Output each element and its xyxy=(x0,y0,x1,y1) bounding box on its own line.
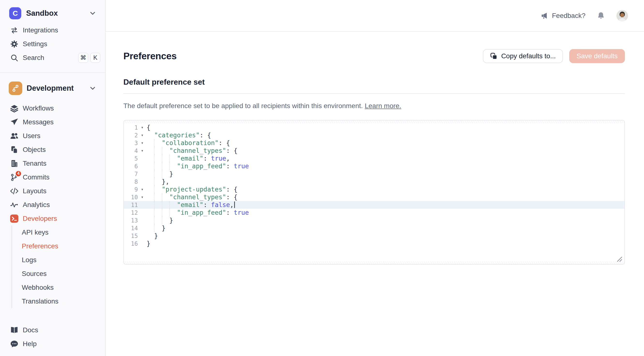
sidebar-item-label: Help xyxy=(23,340,100,348)
sidebar-item-search[interactable]: Search⌘K xyxy=(0,51,105,64)
sidebar-item-label: Preferences xyxy=(22,242,105,250)
json-punctuation: : xyxy=(204,155,211,162)
indent-guide xyxy=(146,170,154,178)
sidebar-item-label: Integrations xyxy=(23,26,100,34)
sidebar-item-label: Search xyxy=(23,54,74,62)
indent-guide xyxy=(154,170,162,178)
notifications-bell-icon[interactable] xyxy=(596,11,605,20)
sidebar-item-preferences[interactable]: Preferences xyxy=(12,239,105,253)
user-avatar[interactable] xyxy=(616,10,628,22)
code-line-5[interactable]: 5"email": true, xyxy=(124,154,624,162)
sidebar-item-tenants[interactable]: Tenants xyxy=(0,156,105,170)
sidebar-item-settings[interactable]: Settings xyxy=(0,37,105,51)
environment-switcher[interactable]: Development xyxy=(0,73,105,95)
code-line-1[interactable]: 1▾{ xyxy=(124,124,624,131)
json-punctuation: } xyxy=(169,217,173,224)
kbd-cmd: ⌘ xyxy=(78,53,88,63)
workspace-switcher[interactable]: C Sandbox xyxy=(0,0,105,23)
code-line-14[interactable]: 14} xyxy=(124,224,624,232)
copy-icon xyxy=(490,52,498,60)
line-number: 4 xyxy=(124,147,138,155)
fold-arrow-icon[interactable]: ▾ xyxy=(138,193,146,201)
sidebar-item-analytics[interactable]: Analytics xyxy=(0,198,105,212)
json-key: "collaboration" xyxy=(162,139,219,146)
learn-more-link[interactable]: Learn more. xyxy=(365,102,401,110)
sidebar-item-layouts[interactable]: Layouts xyxy=(0,184,105,198)
json-key: "in_app_feed" xyxy=(177,162,226,170)
code-line-4[interactable]: 4▾"channel_types": { xyxy=(124,147,624,154)
indent-guide xyxy=(154,186,162,193)
sidebar-item-users[interactable]: Users xyxy=(0,129,105,143)
code-line-13[interactable]: 13} xyxy=(124,216,624,224)
json-punctuation: { xyxy=(146,124,150,131)
code-line-3[interactable]: 3▾"collaboration": { xyxy=(124,139,624,147)
preferences-json-editor[interactable]: 1▾{2▾"categories": {3▾"collaboration": {… xyxy=(124,120,625,264)
code-line-16[interactable]: 16} xyxy=(124,240,624,248)
indent-guide xyxy=(162,147,169,154)
code-line-15[interactable]: 15} xyxy=(124,232,624,240)
objects-icon xyxy=(10,145,19,154)
users-icon xyxy=(10,131,19,140)
sidebar-item-docs[interactable]: Docs xyxy=(0,323,105,337)
indent-guide xyxy=(169,154,177,162)
sidebar-item-label: Translations xyxy=(22,298,105,305)
code-line-2[interactable]: 2▾"categories": { xyxy=(124,131,624,139)
code-area: 1▾{2▾"categories": {3▾"collaboration": {… xyxy=(124,120,624,248)
code-line-8[interactable]: 8}, xyxy=(124,178,624,186)
code-line-6[interactable]: 6"in_app_feed": true xyxy=(124,162,624,170)
sidebar-item-logs[interactable]: Logs xyxy=(12,253,105,267)
developers-subnav: API keysPreferencesLogsSourcesWebhooksTr… xyxy=(11,226,105,308)
sidebar-item-label: API keys xyxy=(22,228,105,236)
resize-handle[interactable] xyxy=(616,256,623,262)
sidebar-item-integrations[interactable]: Integrations xyxy=(0,23,105,37)
sidebar-item-workflows[interactable]: Workflows xyxy=(0,101,105,115)
section-divider xyxy=(124,93,625,94)
sidebar-item-help[interactable]: Help xyxy=(0,337,105,351)
sidebar-bottom-nav: DocsHelp xyxy=(0,323,105,356)
json-key: "email" xyxy=(177,155,204,162)
code-line-11[interactable]: 11"email": false, xyxy=(124,201,624,209)
integrations-icon xyxy=(10,26,19,35)
line-number: 3 xyxy=(124,139,138,147)
sidebar-item-commits[interactable]: 4Commits xyxy=(0,170,105,184)
feedback-button[interactable]: Feedback? xyxy=(540,12,586,20)
line-number: 7 xyxy=(124,170,138,178)
sidebar-item-sources[interactable]: Sources xyxy=(12,267,105,280)
code-line-10[interactable]: 10▾"channel_types": { xyxy=(124,193,624,201)
search-shortcut: ⌘K xyxy=(78,53,100,63)
code-line-12[interactable]: 12"in_app_feed": true xyxy=(124,209,624,216)
workspace-logo: C xyxy=(9,7,21,19)
sidebar-item-messages[interactable]: Messages xyxy=(0,115,105,129)
indent-guide xyxy=(162,154,169,162)
environment-logo xyxy=(9,82,22,95)
sidebar-item-translations[interactable]: Translations xyxy=(12,294,105,308)
sidebar-item-label: Webhooks xyxy=(22,284,105,292)
indent-guide xyxy=(154,209,162,216)
indent-guide xyxy=(146,216,154,224)
indent-guide xyxy=(169,201,177,209)
description-text: The default preference set to be applied… xyxy=(124,102,365,110)
code-line-7[interactable]: 7} xyxy=(124,170,624,178)
fold-arrow-icon[interactable]: ▾ xyxy=(138,139,146,147)
sidebar-item-label: Docs xyxy=(23,326,100,334)
copy-defaults-label: Copy defaults to... xyxy=(501,52,556,60)
sidebar-item-developers[interactable]: Developers xyxy=(0,212,105,226)
fold-arrow-icon[interactable]: ▾ xyxy=(138,124,146,131)
sidebar-item-webhooks[interactable]: Webhooks xyxy=(12,280,105,294)
commits-icon: 4 xyxy=(10,173,19,182)
sidebar-item-label: Tenants xyxy=(23,160,100,167)
indent-guide xyxy=(154,216,162,224)
sidebar-item-objects[interactable]: Objects xyxy=(0,143,105,156)
json-key: "channel_types" xyxy=(169,147,226,154)
save-defaults-button[interactable]: Save defaults xyxy=(569,49,625,63)
code-line-9[interactable]: 9▾"project-updates": { xyxy=(124,186,624,193)
editor-bottom-padding xyxy=(124,261,624,264)
fold-arrow-icon[interactable]: ▾ xyxy=(138,131,146,139)
json-key: "channel_types" xyxy=(169,194,226,201)
fold-arrow-icon[interactable]: ▾ xyxy=(138,147,146,154)
fold-arrow-icon[interactable]: ▾ xyxy=(138,186,146,193)
copy-defaults-button[interactable]: Copy defaults to... xyxy=(483,49,563,63)
developers-icon xyxy=(10,214,19,223)
sidebar-item-api-keys[interactable]: API keys xyxy=(12,226,105,239)
search-icon xyxy=(10,53,19,62)
